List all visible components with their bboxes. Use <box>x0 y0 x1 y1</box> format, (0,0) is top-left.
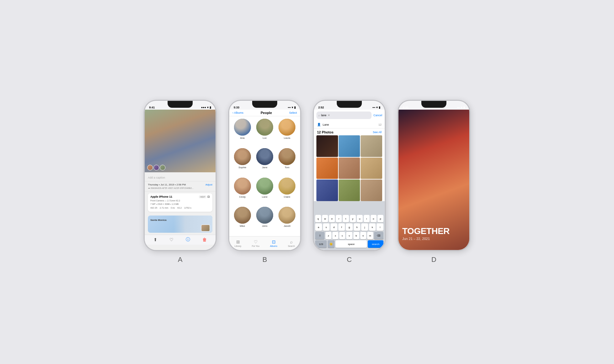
photo-thumb-7[interactable] <box>316 179 338 201</box>
share-icon[interactable]: ⬆ <box>154 237 157 242</box>
heart-icon[interactable]: ♡ <box>169 237 174 242</box>
key-emoji[interactable]: 😊 <box>328 240 335 248</box>
notch-c <box>337 101 362 108</box>
key-g[interactable]: g <box>346 223 353 231</box>
person-lane[interactable]: Lane <box>255 178 274 205</box>
search-value: lane <box>321 114 326 117</box>
avatar-lane <box>256 178 273 195</box>
photo-area <box>145 110 216 172</box>
adjust-button[interactable]: Adjust <box>206 183 212 186</box>
key-e[interactable]: e <box>329 215 335 222</box>
map-location: Santa Monica <box>150 219 167 222</box>
person-name-lane: Lane <box>262 195 268 198</box>
person-laura[interactable]: Laura <box>277 119 297 146</box>
nav-back-b[interactable]: ‹ Albums <box>232 111 243 114</box>
person-luc[interactable]: Luc <box>255 119 274 146</box>
signal-icon-c: ▪▪▪ <box>372 106 375 109</box>
key-l[interactable]: l <box>377 223 383 231</box>
key-d[interactable]: d <box>330 223 337 231</box>
status-time-d: 9:41 <box>403 106 408 109</box>
photo-thumb-1[interactable] <box>316 135 338 157</box>
search-input-wrap[interactable]: ⌕ lane ✕ <box>316 112 372 119</box>
screen-a: Add a caption Thursday • Jul 11, 2019 • … <box>145 110 216 250</box>
key-f[interactable]: f <box>338 223 345 231</box>
photos-grid-c <box>314 135 385 201</box>
shutter-val: 1/702 s <box>184 206 191 210</box>
map-area[interactable]: Santa Monica <box>148 216 212 233</box>
key-space[interactable]: space <box>336 240 367 248</box>
photo-content <box>145 110 216 172</box>
info-icon[interactable]: ⓘ <box>186 237 190 242</box>
photo-thumb-9[interactable] <box>361 179 382 201</box>
avatar-janett <box>278 207 295 224</box>
tab-library[interactable]: ⊞ Library <box>235 239 241 247</box>
key-n[interactable]: n <box>360 232 366 239</box>
search-cancel-button[interactable]: Cancel <box>373 114 382 117</box>
key-r[interactable]: r <box>336 215 342 222</box>
key-z[interactable]: z <box>325 232 331 239</box>
photo-faces <box>147 165 165 170</box>
suggestion-name: Lane <box>323 123 329 126</box>
key-search[interactable]: search <box>368 240 383 248</box>
key-s[interactable]: s <box>323 223 330 231</box>
focal-val: 2.71 mm <box>160 206 168 210</box>
key-m[interactable]: m <box>367 232 373 239</box>
key-delete[interactable]: ⌫ <box>374 232 383 239</box>
key-h[interactable]: h <box>354 223 361 231</box>
person-cindy[interactable]: Cindy <box>232 178 252 205</box>
tab-foryou[interactable]: ♡ For You <box>252 239 259 247</box>
key-j[interactable]: j <box>361 223 368 231</box>
person-name-claire: Claire <box>284 195 290 198</box>
photo-thumb-2[interactable] <box>339 135 360 157</box>
photo-thumb-4[interactable] <box>316 158 338 179</box>
nav-bar-b: ‹ Albums People Select <box>229 110 300 116</box>
search-clear-button[interactable]: ✕ <box>328 114 330 117</box>
search-suggestion-row[interactable]: 👤 Lane 12 <box>314 121 385 128</box>
status-icons-c: ▪▪▪ ▾ ▮ <box>372 106 380 109</box>
photo-thumb-8[interactable] <box>339 179 360 201</box>
key-q[interactable]: q <box>315 215 321 222</box>
see-all-button[interactable]: See All <box>373 131 382 134</box>
key-v[interactable]: v <box>346 232 352 239</box>
device-title-row: Apple iPhone 11 HEIF ⊡ <box>150 195 210 198</box>
key-p[interactable]: p <box>377 215 383 222</box>
face-thumb-3 <box>160 165 165 170</box>
person-claire[interactable]: Claire <box>277 178 297 205</box>
key-123[interactable]: 123 <box>315 240 327 248</box>
person-name-janett: Janett <box>284 225 290 227</box>
person-jane[interactable]: Jane <box>255 148 274 175</box>
key-i[interactable]: i <box>364 215 370 222</box>
key-a[interactable]: a <box>315 223 322 231</box>
person-ana[interactable]: Ana <box>232 119 252 146</box>
wifi-icon: ▾ <box>207 106 209 109</box>
tab-albums[interactable]: ⊡ Albums <box>270 239 277 247</box>
person-john[interactable]: John <box>255 207 274 234</box>
person-icon: 👤 <box>317 123 321 126</box>
nav-action-b[interactable]: Select <box>289 111 297 114</box>
person-mike[interactable]: Mike <box>232 207 252 234</box>
person-sophie[interactable]: Sophie <box>232 148 252 175</box>
key-u[interactable]: u <box>357 215 363 222</box>
photo-thumb-5[interactable] <box>339 158 360 179</box>
key-y[interactable]: y <box>350 215 356 222</box>
battery-icon-b: ▮ <box>294 106 296 109</box>
key-t[interactable]: t <box>343 215 349 222</box>
tab-search[interactable]: ⌕ Search <box>288 239 295 247</box>
key-k[interactable]: k <box>369 223 376 231</box>
key-x[interactable]: x <box>332 232 338 239</box>
tab-albums-label: Albums <box>270 245 277 247</box>
caption-area[interactable]: Add a caption <box>145 172 216 181</box>
key-w[interactable]: w <box>322 215 328 222</box>
person-name-john: John <box>262 225 267 227</box>
photo-thumb-3[interactable] <box>361 135 382 157</box>
photo-thumb-6[interactable] <box>361 158 382 179</box>
status-icons-a: ●●● ▾ ▮ <box>201 106 211 109</box>
person-janett[interactable]: Janett <box>277 207 297 234</box>
key-c[interactable]: c <box>339 232 345 239</box>
person-tom[interactable]: Tom <box>277 148 297 175</box>
key-o[interactable]: o <box>371 215 377 222</box>
key-b[interactable]: b <box>353 232 359 239</box>
avatar-cindy <box>234 178 251 195</box>
trash-icon[interactable]: 🗑 <box>202 237 207 242</box>
key-shift[interactable]: ⇧ <box>315 232 325 239</box>
